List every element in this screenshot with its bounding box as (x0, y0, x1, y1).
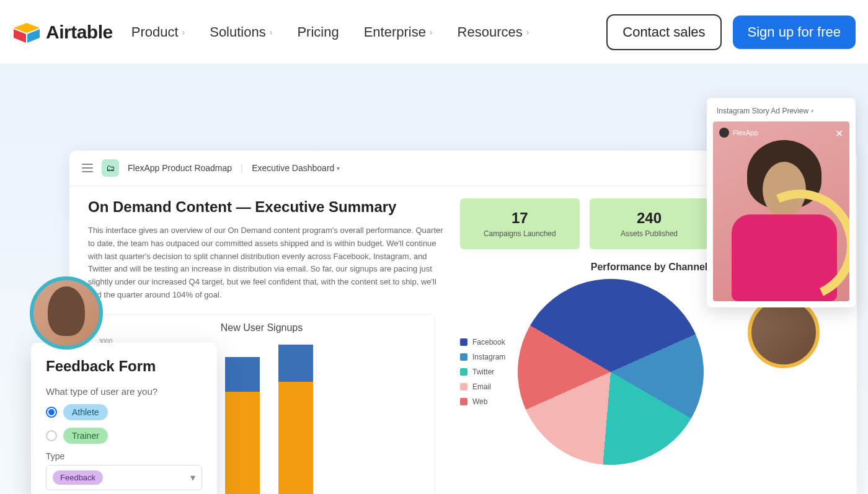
close-icon[interactable]: ✕ (835, 128, 843, 139)
pill-trainer: Trainer (63, 428, 108, 444)
stat-label: Campaigns Launched (466, 229, 574, 238)
nav-resources[interactable]: Resources› (458, 24, 529, 40)
type-label: Type (46, 451, 202, 461)
chevron-right-icon: › (270, 27, 273, 37)
bar (225, 357, 260, 494)
app-name: FlexApp Product Roadmap (128, 163, 232, 173)
radio-icon (46, 407, 57, 418)
chevron-right-icon: › (430, 27, 433, 37)
logo-text: Airtable (46, 22, 113, 43)
legend-item: Instagram (460, 353, 505, 361)
instagram-preview-title[interactable]: Instagram Story Ad Preview ▾ (713, 104, 849, 121)
stat-card: 240 Assets Published (590, 198, 709, 249)
nav-items: Product› Solutions› Pricing Enterprise› … (131, 24, 529, 40)
pie-chart (484, 245, 738, 494)
logo[interactable]: Airtable (12, 20, 113, 44)
legend-item: Twitter (460, 368, 505, 376)
feedback-question: What type of user are you? (46, 386, 202, 397)
legend-item: Facebook (460, 338, 505, 346)
chevron-right-icon: › (182, 27, 185, 37)
contact-sales-button[interactable]: Contact sales (606, 14, 721, 50)
nav-product[interactable]: Product› (131, 24, 185, 40)
bar-chart-title: New User Signups (96, 322, 427, 333)
type-select[interactable]: Feedback ▾ (46, 465, 202, 490)
chevron-down-icon: ▾ (190, 472, 195, 483)
pill-athlete: Athlete (63, 404, 108, 420)
summary-title: On Demand Content — Executive Summary (88, 198, 448, 216)
signup-button[interactable]: Sign up for free (733, 15, 856, 49)
breadcrumb[interactable]: Executive Dashboard ▾ (252, 163, 340, 173)
bar (278, 345, 313, 494)
stat-label: Assets Published (596, 229, 703, 238)
chevron-right-icon: › (526, 27, 529, 37)
swatch-icon (460, 383, 467, 390)
nav-solutions[interactable]: Solutions› (210, 24, 272, 40)
chevron-down-icon: ▾ (811, 108, 814, 114)
type-tag: Feedback (53, 470, 103, 485)
swatch-icon (460, 368, 467, 376)
radio-icon (46, 430, 57, 441)
swatch-icon (460, 353, 467, 361)
user-avatar-icon (719, 128, 729, 138)
feedback-title: Feedback Form (46, 358, 202, 375)
swatch-icon (460, 338, 467, 346)
feedback-form: Feedback Form What type of user are you?… (31, 343, 217, 494)
avatar (30, 276, 103, 350)
instagram-user: FlexApp (719, 128, 758, 138)
swatch-icon (460, 398, 467, 405)
top-nav: Airtable Product› Solutions› Pricing Ent… (0, 0, 868, 64)
menu-icon[interactable] (82, 164, 93, 172)
radio-athlete[interactable]: Athlete (46, 404, 202, 420)
stat-value: 240 (596, 210, 703, 227)
nav-enterprise[interactable]: Enterprise› (364, 24, 433, 40)
app-icon: 🗂 (102, 159, 119, 177)
summary-text: This interface gives an overview of our … (88, 224, 448, 302)
pie-legend: Facebook Instagram Twitter Email Web (460, 338, 505, 406)
hero: 🗂 FlexApp Product Roadmap | Executive Da… (0, 64, 868, 494)
radio-trainer[interactable]: Trainer (46, 428, 202, 444)
stat-card: 17 Campaigns Launched (460, 198, 580, 249)
legend-item: Email (460, 382, 505, 391)
instagram-story-image: FlexApp ✕ (713, 121, 849, 301)
logo-icon (12, 20, 41, 44)
chevron-down-icon: ▾ (337, 165, 340, 172)
nav-pricing[interactable]: Pricing (297, 24, 339, 40)
legend-item: Web (460, 397, 505, 406)
stat-value: 17 (466, 210, 574, 227)
instagram-preview-card: Instagram Story Ad Preview ▾ FlexApp ✕ (707, 98, 856, 307)
